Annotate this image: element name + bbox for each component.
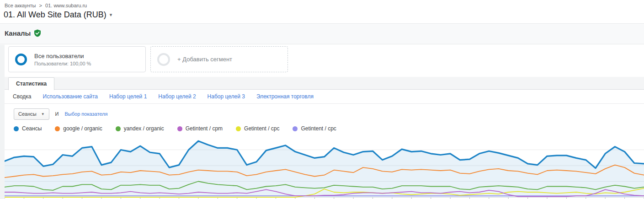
legend-dot-icon [236, 126, 241, 131]
legend-item-3: Getintent / cpm [177, 125, 223, 132]
subtab-0[interactable]: Сводка [13, 93, 32, 100]
report-title: Каналы [5, 29, 41, 37]
segment-ring-icon [15, 54, 27, 65]
legend-label: Сеансы [22, 125, 42, 132]
view-title: 01. All Web Site Data (RUB) [4, 10, 106, 20]
report-header-band: Каналы [0, 23, 644, 44]
metric-dropdown[interactable]: Сеансы ▼ [14, 108, 49, 120]
dropdown-caret-icon: ▼ [41, 112, 45, 116]
subtab-2[interactable]: Набор целей 1 [109, 93, 147, 100]
legend-item-5: Getintent / cpc [293, 125, 336, 132]
add-segment-label: + Добавить сегмент [177, 56, 232, 63]
subtab-1[interactable]: Использование сайта [43, 93, 98, 100]
legend-item-1: google / organic [55, 125, 102, 132]
breadcrumb: Все аккаунты > 01. www.subaru.ru [5, 3, 89, 8]
segment-card-all-users[interactable]: Все пользователи Пользователи: 100,00 % [8, 46, 146, 72]
legend-dot-icon [177, 126, 182, 131]
conjunction-label: И [55, 111, 59, 117]
page-left-gutter [0, 45, 5, 199]
tab-statistics[interactable]: Статистика [8, 77, 54, 90]
legend-label: Getintent / cpc [244, 125, 279, 132]
legend-dot-icon [116, 126, 121, 131]
metric-dropdown-value: Сеансы [18, 111, 37, 117]
breadcrumb-all-accounts[interactable]: Все аккаунты [5, 3, 36, 8]
chart-legend: Сеансыgoogle / organicyandex / organicGe… [5, 122, 644, 135]
verified-shield-icon [34, 29, 41, 37]
chevron-down-icon: ▾ [110, 12, 112, 18]
select-metric-link[interactable]: Выбор показателя [65, 111, 108, 117]
legend-label: google / organic [63, 125, 102, 132]
legend-dot-icon [55, 126, 60, 131]
legend-label: Getintent / cpc [301, 125, 336, 132]
report-title-label: Каналы [5, 29, 31, 37]
subtab-4[interactable]: Набор целей 3 [208, 93, 245, 100]
report-subtabs: СводкаИспользование сайтаНабор целей 1На… [5, 90, 644, 104]
legend-label: yandex / organic [124, 125, 164, 132]
add-segment-button[interactable]: + Добавить сегмент [150, 46, 288, 72]
tab-strip: Статистика [5, 77, 644, 90]
metric-controls: Сеансы ▼ И Выбор показателя [5, 104, 644, 124]
legend-dot-icon [14, 126, 19, 131]
subtab-3[interactable]: Набор целей 2 [158, 93, 196, 100]
view-selector[interactable]: 01. All Web Site Data (RUB) ▾ [4, 10, 112, 20]
segment-name: Все пользователи [34, 53, 91, 59]
legend-label: Getintent / cpm [186, 125, 223, 132]
segment-ring-empty-icon [157, 53, 170, 66]
segment-detail: Пользователи: 100,00 % [34, 61, 91, 66]
breadcrumb-separator: > [39, 3, 42, 8]
legend-item-2: yandex / organic [116, 125, 164, 132]
legend-item-0: Сеансы [14, 125, 42, 132]
subtab-5[interactable]: Электронная торговля [256, 93, 314, 100]
legend-item-4: Getintent / cpc [236, 125, 279, 132]
legend-dot-icon [293, 126, 298, 131]
breadcrumb-property[interactable]: 01. www.subaru.ru [45, 3, 87, 8]
sessions-chart[interactable] [5, 137, 644, 199]
